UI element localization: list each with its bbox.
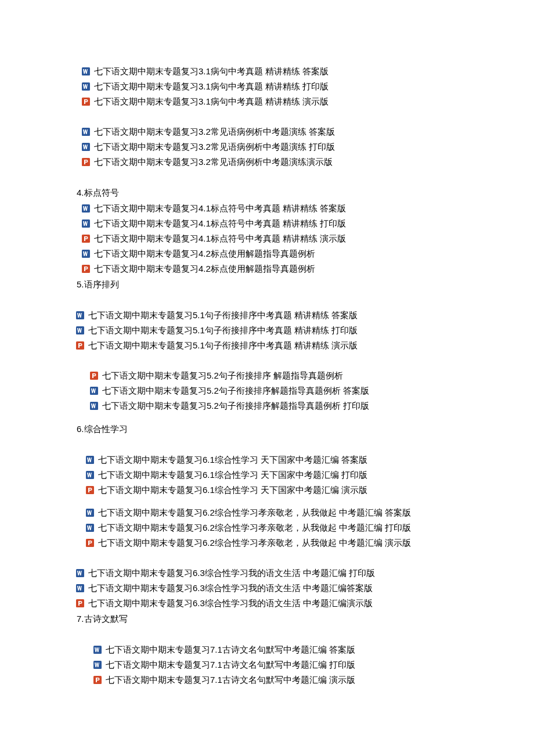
word-doc-icon	[85, 470, 95, 480]
file-name-label: 七下语文期中期末专题复习3.1病句中考真题 精讲精练 打印版	[94, 79, 329, 94]
word-doc-icon	[93, 660, 102, 669]
file-list-item[interactable]: 七下语文期中期末专题复习3.2常见语病例析中考题演练演示版	[75, 154, 534, 170]
ppt-doc-icon	[75, 599, 85, 608]
word-doc-icon	[75, 311, 85, 320]
file-name-label: 七下语文期中期末专题复习5.2句子衔接排序 解题指导真题例析	[102, 368, 343, 383]
file-name-label: 七下语文期中期末专题复习5.2句子衔接排序解题指导真题例析 打印版	[102, 398, 369, 413]
file-list-item[interactable]: 七下语文期中期末专题复习6.1综合性学习 天下国家中考题汇编 演示版	[75, 483, 534, 498]
ppt-doc-icon	[93, 675, 102, 685]
file-list-item[interactable]: 七下语文期中期末专题复习6.2综合性学习孝亲敬老，从我做起 中考题汇编 打印版	[75, 520, 534, 535]
file-name-label: 七下语文期中期末专题复习4.2标点使用解题指导真题例析	[94, 261, 315, 276]
file-name-label: 七下语文期中期末专题复习4.1标点符号中考真题 精讲精练 答案版	[94, 201, 346, 216]
word-doc-icon	[81, 67, 91, 76]
file-list-item[interactable]: 七下语文期中期末专题复习7.1古诗文名句默写中考题汇编 演示版	[75, 672, 534, 687]
file-name-label: 七下语文期中期末专题复习6.3综合性学习我的语文生活 中考题汇编演示版	[88, 596, 373, 611]
ppt-doc-icon	[85, 485, 95, 495]
file-list-item[interactable]: 七下语文期中期末专题复习3.1病句中考真题 精讲精练 打印版	[75, 79, 534, 94]
word-doc-icon	[89, 386, 99, 395]
file-name-label: 七下语文期中期末专题复习6.1综合性学习 天下国家中考题汇编 答案版	[98, 452, 367, 467]
ppt-doc-icon	[89, 371, 99, 380]
file-name-label: 七下语文期中期末专题复习7.1古诗文名句默写中考题汇编 打印版	[106, 657, 355, 672]
section-heading: 7.古诗文默写	[75, 611, 534, 627]
file-name-label: 七下语文期中期末专题复习6.2综合性学习孝亲敬老，从我做起 中考题汇编 答案版	[98, 505, 411, 520]
file-list-item[interactable]: 七下语文期中期末专题复习7.1古诗文名句默写中考题汇编 答案版	[75, 642, 534, 657]
file-name-label: 七下语文期中期末专题复习6.2综合性学习孝亲敬老，从我做起 中考题汇编 演示版	[98, 535, 411, 550]
file-list-item[interactable]: 七下语文期中期末专题复习3.1病句中考真题 精讲精练 答案版	[75, 64, 534, 79]
word-doc-icon	[85, 523, 95, 532]
ppt-doc-icon	[81, 264, 91, 273]
word-doc-icon	[75, 326, 85, 335]
file-list-item[interactable]: 七下语文期中期末专题复习6.3综合性学习我的语文生活 中考题汇编 打印版	[75, 566, 534, 581]
file-name-label: 七下语文期中期末专题复习6.3综合性学习我的语文生活 中考题汇编答案版	[88, 581, 373, 596]
file-name-label: 七下语文期中期末专题复习3.1病句中考真题 精讲精练 演示版	[94, 94, 329, 109]
file-name-label: 七下语文期中期末专题复习7.1古诗文名句默写中考题汇编 答案版	[106, 642, 355, 657]
file-name-label: 七下语文期中期末专题复习6.2综合性学习孝亲敬老，从我做起 中考题汇编 打印版	[98, 520, 411, 535]
file-list-item[interactable]: 七下语文期中期末专题复习4.1标点符号中考真题 精讲精练 演示版	[75, 231, 534, 246]
file-name-label: 七下语文期中期末专题复习3.2常见语病例析中考题演练 打印版	[94, 139, 335, 154]
file-list-item[interactable]: 七下语文期中期末专题复习6.1综合性学习 天下国家中考题汇编 打印版	[75, 467, 534, 483]
file-list-item[interactable]: 七下语文期中期末专题复习3.1病句中考真题 精讲精练 演示版	[75, 94, 534, 109]
ppt-doc-icon	[75, 341, 85, 350]
file-list-item[interactable]: 七下语文期中期末专题复习6.3综合性学习我的语文生活 中考题汇编演示版	[75, 596, 534, 611]
word-doc-icon	[81, 142, 91, 152]
file-list-item[interactable]: 七下语文期中期末专题复习5.1句子衔接排序中考真题 精讲精练 打印版	[75, 323, 534, 338]
word-doc-icon	[81, 127, 91, 136]
file-list-item[interactable]: 七下语文期中期末专题复习4.2标点使用解题指导真题例析	[75, 261, 534, 276]
file-name-label: 七下语文期中期末专题复习4.2标点使用解题指导真题例析	[94, 246, 315, 261]
section-heading: 6.综合性学习	[75, 421, 534, 437]
word-doc-icon	[81, 204, 91, 213]
ppt-doc-icon	[85, 538, 95, 548]
file-list-item[interactable]: 七下语文期中期末专题复习6.1综合性学习 天下国家中考题汇编 答案版	[75, 452, 534, 467]
file-name-label: 七下语文期中期末专题复习3.2常见语病例析中考题演练 答案版	[94, 124, 335, 139]
section-heading: 4.标点符号	[75, 185, 534, 201]
file-name-label: 七下语文期中期末专题复习5.1句子衔接排序中考真题 精讲精练 演示版	[88, 338, 358, 353]
file-list-item[interactable]: 七下语文期中期末专题复习3.2常见语病例析中考题演练 答案版	[75, 124, 534, 139]
ppt-doc-icon	[81, 97, 91, 106]
file-list-item[interactable]: 七下语文期中期末专题复习5.2句子衔接排序解题指导真题例析 答案版	[75, 383, 534, 398]
file-name-label: 七下语文期中期末专题复习5.1句子衔接排序中考真题 精讲精练 答案版	[88, 308, 358, 323]
word-doc-icon	[75, 584, 85, 593]
file-list-item[interactable]: 七下语文期中期末专题复习4.1标点符号中考真题 精讲精练 答案版	[75, 201, 534, 216]
file-list-item[interactable]: 七下语文期中期末专题复习5.1句子衔接排序中考真题 精讲精练 答案版	[75, 308, 534, 323]
file-name-label: 七下语文期中期末专题复习5.2句子衔接排序解题指导真题例析 答案版	[102, 383, 369, 398]
file-list-item[interactable]: 七下语文期中期末专题复习5.2句子衔接排序解题指导真题例析 打印版	[75, 398, 534, 413]
word-doc-icon	[89, 401, 99, 411]
file-list-item[interactable]: 七下语文期中期末专题复习7.1古诗文名句默写中考题汇编 打印版	[75, 657, 534, 672]
file-list-item[interactable]: 七下语文期中期末专题复习3.2常见语病例析中考题演练 打印版	[75, 139, 534, 154]
word-doc-icon	[81, 82, 91, 91]
ppt-doc-icon	[81, 157, 91, 167]
document-content: 七下语文期中期末专题复习3.1病句中考真题 精讲精练 答案版七下语文期中期末专题…	[0, 64, 534, 703]
word-doc-icon	[93, 645, 102, 654]
file-list-item[interactable]: 七下语文期中期末专题复习4.1标点符号中考真题 精讲精练 打印版	[75, 216, 534, 231]
file-name-label: 七下语文期中期末专题复习6.3综合性学习我的语文生活 中考题汇编 打印版	[88, 566, 375, 581]
file-list-item[interactable]: 七下语文期中期末专题复习4.2标点使用解题指导真题例析	[75, 246, 534, 261]
file-list-item[interactable]: 七下语文期中期末专题复习5.1句子衔接排序中考真题 精讲精练 演示版	[75, 338, 534, 353]
word-doc-icon	[81, 249, 91, 258]
file-name-label: 七下语文期中期末专题复习6.1综合性学习 天下国家中考题汇编 演示版	[98, 483, 367, 498]
word-doc-icon	[81, 219, 91, 228]
file-list-item[interactable]: 七下语文期中期末专题复习6.2综合性学习孝亲敬老，从我做起 中考题汇编 答案版	[75, 505, 534, 520]
word-doc-icon	[75, 568, 85, 578]
file-list-item[interactable]: 七下语文期中期末专题复习6.3综合性学习我的语文生活 中考题汇编答案版	[75, 581, 534, 596]
file-list-item[interactable]: 七下语文期中期末专题复习5.2句子衔接排序 解题指导真题例析	[75, 368, 534, 383]
file-name-label: 七下语文期中期末专题复习4.1标点符号中考真题 精讲精练 打印版	[94, 216, 346, 231]
file-name-label: 七下语文期中期末专题复习5.1句子衔接排序中考真题 精讲精练 打印版	[88, 323, 358, 338]
file-name-label: 七下语文期中期末专题复习6.1综合性学习 天下国家中考题汇编 打印版	[98, 467, 367, 483]
file-name-label: 七下语文期中期末专题复习4.1标点符号中考真题 精讲精练 演示版	[94, 231, 346, 246]
section-heading: 5.语序排列	[75, 276, 534, 293]
ppt-doc-icon	[81, 234, 91, 243]
file-name-label: 七下语文期中期末专题复习3.1病句中考真题 精讲精练 答案版	[94, 64, 329, 79]
file-name-label: 七下语文期中期末专题复习3.2常见语病例析中考题演练演示版	[94, 154, 333, 170]
word-doc-icon	[85, 508, 95, 517]
file-list-item[interactable]: 七下语文期中期末专题复习6.2综合性学习孝亲敬老，从我做起 中考题汇编 演示版	[75, 535, 534, 550]
file-name-label: 七下语文期中期末专题复习7.1古诗文名句默写中考题汇编 演示版	[106, 672, 355, 687]
word-doc-icon	[85, 455, 95, 465]
